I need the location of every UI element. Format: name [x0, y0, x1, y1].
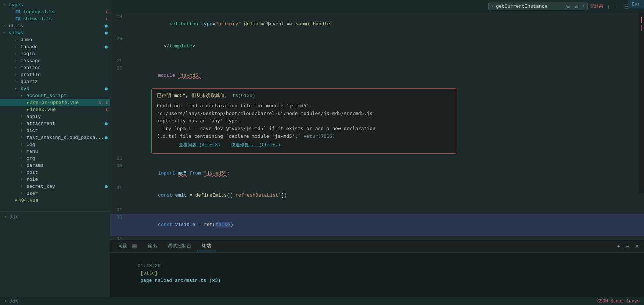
sidebar-item-role[interactable]: › role	[0, 176, 110, 183]
sidebar-item-sys[interactable]: ▾ sys	[0, 85, 110, 92]
sidebar-item-types[interactable]: ▾ types	[0, 1, 110, 8]
line-number: 33	[110, 214, 128, 221]
sidebar-dot	[105, 87, 108, 90]
sidebar-item-fast-shaking[interactable]: › fast_shaking_cloud_packa...	[0, 134, 110, 141]
chevron-right-icon: ›	[21, 129, 26, 133]
tab-problems[interactable]: 问题 4	[113, 241, 142, 251]
sidebar-item-message[interactable]: › message	[0, 57, 110, 64]
tab-terminal[interactable]: 终端	[197, 241, 216, 251]
sidebar-item-monitor[interactable]: › monitor	[0, 64, 110, 71]
sidebar-item-dict[interactable]: › dict	[0, 127, 110, 134]
sidebar-item-demo[interactable]: › demo	[0, 36, 110, 43]
search-prev-button[interactable]: ↑	[605, 3, 612, 10]
regex-button[interactable]: .*	[580, 4, 585, 9]
ts-icon: TS	[15, 10, 21, 14]
case-sensitive-button[interactable]: Aa	[564, 4, 571, 9]
sidebar-item-facade[interactable]: › facade	[0, 43, 110, 50]
error-tooltip-title: 已声明"md5", 但从未读取其值。 ts(6133)	[157, 92, 451, 100]
sidebar-item-menu[interactable]: › menu	[0, 148, 110, 155]
sidebar-item-user[interactable]: › user	[0, 190, 110, 197]
sidebar-item-label: utils	[9, 23, 105, 29]
sidebar-dot	[105, 25, 108, 28]
line-content	[128, 57, 644, 65]
scroll-mark-2	[641, 25, 642, 31]
sidebar-dot	[105, 185, 108, 188]
error-actions: 查看问题 (Alt+F8) 快速修复... (Ctrl+.)	[179, 142, 429, 149]
line-number: 22	[110, 65, 128, 72]
sidebar-item-label: org	[26, 156, 110, 161]
chevron-right-icon: ›	[3, 24, 9, 28]
sidebar-item-quartz[interactable]: › quartz	[0, 78, 110, 85]
chevron-right-icon: ›	[4, 299, 7, 304]
sidebar-item-label: log	[26, 142, 110, 147]
panel-split-button[interactable]: ⊟	[623, 243, 632, 250]
sidebar-item-apply[interactable]: › apply	[0, 113, 110, 120]
sidebar-item-org[interactable]: › org	[0, 155, 110, 162]
chevron-right-icon: ›	[15, 80, 21, 84]
sidebar-item-secret-key[interactable]: › secret_key	[0, 183, 110, 190]
code-line-23: 23	[110, 155, 644, 162]
problems-badge: 4	[132, 244, 138, 248]
sidebar-item-shims[interactable]: TS shims.d.ts U	[0, 15, 110, 22]
sidebar-item-views[interactable]: ▾ views	[0, 29, 110, 36]
sidebar-item-log[interactable]: › log	[0, 141, 110, 148]
sidebar-item-404[interactable]: ▼ 404.vue	[0, 197, 110, 204]
ear-tab[interactable]: Ear	[628, 0, 644, 8]
line-content: const visible = ref(false)	[128, 214, 644, 236]
editor-area: › Aa ab .* 无结果 ↑ ↓ ☰ ✕ 19 <el-button typ…	[110, 0, 644, 297]
sidebar-item-label: add-or-update.vue	[30, 100, 99, 105]
chevron-right-icon: ›	[15, 45, 21, 49]
sidebar-item-label: facade	[21, 44, 105, 50]
sidebar-item-account-script[interactable]: ▾ account_script	[0, 92, 110, 99]
code-line-31: 31 const emit = defineEmits(['refreshDat…	[110, 184, 644, 207]
line-content: const emit = defineEmits(['refreshDataLi…	[128, 184, 644, 207]
line-content: <el-button type="primary" @click="$event…	[128, 13, 644, 35]
sidebar-item-label: quartz	[21, 79, 110, 85]
code-editor[interactable]: 19 <el-button type="primary" @click="$ev…	[110, 13, 644, 240]
chevron-down-icon: ▾	[3, 3, 9, 7]
chevron-right-icon: ›	[21, 143, 26, 147]
code-line-30: 30 import md5 from "js-md5";	[110, 162, 644, 184]
search-icon: ›	[491, 4, 494, 9]
view-problem-link[interactable]: 查看问题 (Alt+F8)	[179, 143, 220, 148]
tab-output[interactable]: 输出	[143, 241, 162, 251]
sidebar-item-label: views	[9, 30, 105, 36]
whole-word-button[interactable]: ab	[572, 4, 579, 9]
sidebar-item-index[interactable]: ▼ index.vue U	[0, 106, 110, 113]
sidebar-item-utils[interactable]: › utils	[0, 22, 110, 29]
sidebar: ▾ types TS legacy.d.ts U TS shims.d.ts U…	[0, 0, 110, 297]
line-number: 32	[110, 207, 128, 214]
sidebar-item-label: demo	[21, 37, 110, 43]
sidebar-item-attachment[interactable]: › attachment	[0, 120, 110, 127]
line-number: 21	[110, 57, 128, 65]
vue-icon: ▼	[15, 198, 17, 203]
search-next-button[interactable]: ↓	[614, 3, 620, 10]
chevron-right-icon: ›	[21, 164, 26, 168]
search-input[interactable]	[496, 4, 562, 9]
sidebar-item-label: post	[26, 170, 110, 175]
sidebar-item-login[interactable]: › login	[0, 50, 110, 57]
panel-add-button[interactable]: +	[615, 243, 622, 250]
sidebar-item-label: types	[9, 2, 105, 8]
panel-close-button[interactable]: ✕	[633, 243, 641, 250]
quick-fix-link[interactable]: 快速修复... (Ctrl+.)	[231, 143, 280, 148]
sidebar-item-label: 404.vue	[18, 198, 110, 203]
sidebar-item-legacy[interactable]: TS legacy.d.ts U	[0, 8, 110, 15]
chevron-right-icon: ›	[21, 150, 26, 154]
sidebar-item-profile[interactable]: › profile	[0, 71, 110, 78]
line-number: 34	[110, 236, 128, 240]
terminal-content: page reload src/main.ts (x3)	[137, 278, 220, 283]
terminal-line: 01:48:26 [vite] page reload src/main.ts …	[115, 255, 640, 292]
line-content	[128, 155, 644, 162]
sidebar-item-post[interactable]: › post	[0, 169, 110, 176]
line-number: 19	[110, 13, 128, 21]
sidebar-badge: U	[106, 10, 108, 14]
line-content	[128, 207, 644, 214]
sidebar-item-params[interactable]: › params	[0, 162, 110, 169]
chevron-right-icon: ›	[21, 136, 26, 140]
line-number: 23	[110, 155, 128, 162]
error-tooltip: 已声明"md5", 但从未读取其值。 ts(6133) Could not fi…	[151, 88, 456, 154]
sidebar-item-add-or-update[interactable]: ▼ add-or-update.vue 3, U	[0, 99, 110, 106]
tab-debug[interactable]: 调试控制台	[163, 241, 196, 251]
scroll-mark-1	[641, 17, 642, 23]
